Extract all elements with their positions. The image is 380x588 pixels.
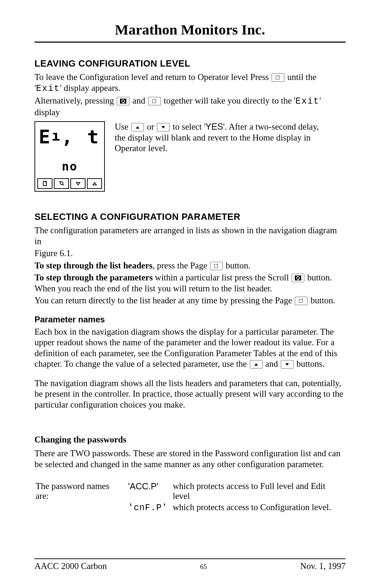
footer-right: Nov. 1, 1997 <box>300 561 346 571</box>
header-rule <box>34 42 346 43</box>
text: and <box>265 359 280 369</box>
company-title: Marathon Monitors Inc. <box>34 21 346 38</box>
text: and <box>133 96 147 105</box>
pw-intro: The password names are: <box>35 481 127 501</box>
heading-leaving-config: LEAVING CONFIGURATION LEVEL <box>34 58 346 69</box>
text: button. <box>226 261 251 270</box>
text: together will take you directly to the ' <box>164 96 296 105</box>
device-and-instruction-row: Eı, t no Use or to select 'YES'. After a… <box>34 119 346 192</box>
text: , press the Page <box>152 261 209 270</box>
text: Alternatively, pressing <box>34 96 116 105</box>
device-upper-readout: Eı, t <box>37 124 102 159</box>
page-button-icon <box>148 97 161 105</box>
text: within a particular list press the Scrol… <box>153 273 291 282</box>
device-page-btn <box>37 178 52 189</box>
down-button-icon <box>281 360 293 369</box>
para-leave-1: To leave the Configuration level and ret… <box>34 72 346 94</box>
heading-selecting-param: SELECTING A CONFIGURATION PARAMETER <box>34 211 346 222</box>
para-s2-4: You can return directly to the list head… <box>34 295 346 306</box>
footer-page-number: 65 <box>200 563 207 571</box>
table-row: 'cnF.P' which protects access to Configu… <box>35 502 345 513</box>
device-display: Eı, t no <box>34 121 105 192</box>
para-s3-2: The navigation diagram shows all the lis… <box>34 378 346 410</box>
para-s2-3: To step through the parameters within a … <box>34 272 346 294</box>
use-instruction: Use or to select 'YES'. After a two-seco… <box>115 121 329 155</box>
page-footer: AACC 2000 Carbon 65 Nov. 1, 1997 <box>34 558 346 571</box>
device-up-btn <box>87 178 102 189</box>
page-button-icon <box>272 73 284 82</box>
pw-desc-1: which protects access to Full level and … <box>172 481 345 501</box>
exit-code: Exit <box>36 83 60 94</box>
text: To leave the Configuration level and ret… <box>34 72 271 82</box>
text: button. <box>311 296 335 305</box>
para-s2-1: The configuration parameters are arrange… <box>34 225 346 247</box>
svg-point-5 <box>60 182 63 185</box>
device-down-btn <box>70 178 86 189</box>
text-bold: To step through the list headers <box>34 261 152 270</box>
scroll-button-icon <box>292 274 304 282</box>
down-button-icon <box>157 123 170 131</box>
para-s3-1: Each box in the navigation diagram shows… <box>34 327 346 370</box>
text: to select ' <box>173 122 205 131</box>
text: You can return directly to the list head… <box>34 296 294 305</box>
pw-desc-2: which protects access to Configuration l… <box>172 502 345 513</box>
exit-code: Exit <box>296 96 319 106</box>
password-table: The password names are: 'ACC.P' which pr… <box>34 480 346 514</box>
up-button-icon <box>131 123 144 131</box>
heading-parameter-names: Parameter names <box>34 315 346 324</box>
text: or <box>147 122 156 131</box>
scroll-button-icon <box>117 97 129 105</box>
footer-left: AACC 2000 Carbon <box>34 561 107 571</box>
para-s2-fig: Figure 6.1. <box>34 248 346 259</box>
text: buttons. <box>297 359 325 369</box>
page-button-icon <box>210 262 223 270</box>
device-scroll-btn <box>54 178 69 189</box>
up-button-icon <box>250 360 262 369</box>
text: Use <box>115 122 131 131</box>
text: ' display appears. <box>60 83 121 93</box>
page: Marathon Monitors Inc. LEAVING CONFIGURA… <box>0 0 380 588</box>
para-leave-2: Alternatively, pressing and together wil… <box>34 95 346 118</box>
page-button-icon <box>295 297 308 305</box>
footer-rule <box>34 558 346 559</box>
para-s2-2: To step through the list headers, press … <box>34 260 346 271</box>
para-use: Use or to select 'YES'. After a two-seco… <box>115 121 329 154</box>
table-row: The password names are: 'ACC.P' which pr… <box>35 481 345 501</box>
para-s4-1: There are TWO passwords. These are store… <box>34 448 346 470</box>
pw-name-1: 'ACC.P' <box>128 481 172 501</box>
yes-text: YES <box>205 122 223 131</box>
heading-changing-passwords: Changing the passwords <box>34 435 346 445</box>
device-button-row <box>37 178 102 189</box>
text-bold: To step through the parameters <box>34 273 153 282</box>
device-lower-readout: no <box>37 159 102 178</box>
pw-name-2: 'cnF.P' <box>128 503 167 513</box>
